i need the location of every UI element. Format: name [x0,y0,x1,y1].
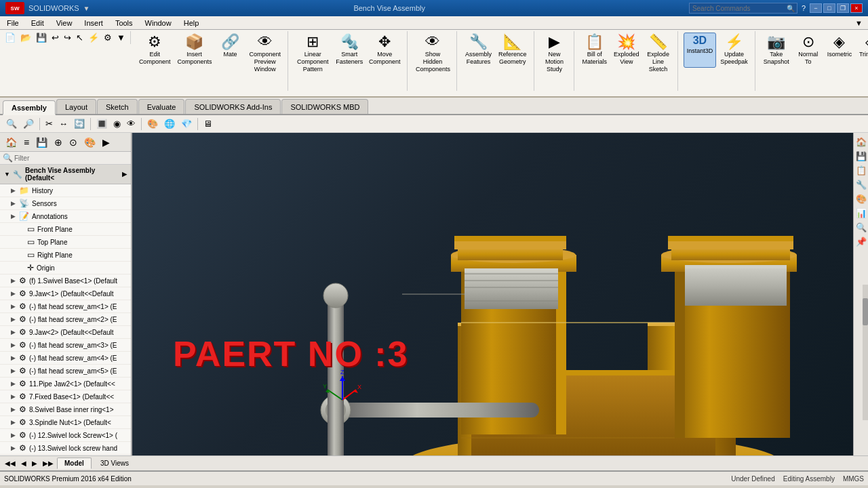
smart-fasteners-btn[interactable]: 🔩 SmartFasteners [334,33,366,75]
3d-viewport[interactable]: PAERT NO :3 X Y Z [132,133,853,455]
move-component-btn[interactable]: ✥ MoveComponent [367,33,403,75]
tree-item-front-plane[interactable]: ▭ Front Plane [0,223,131,236]
tree-item-sensors[interactable]: ▶ 📡 Sensors [0,197,131,210]
nav-last-btn[interactable]: ▶▶ [41,459,56,468]
rt-zoom-btn[interactable]: 🔍 [854,221,868,234]
new-motion-study-btn[interactable]: ▶ NewMotionStudy [540,33,570,75]
sidebar-save-btn[interactable]: 💾 [33,136,50,149]
tree-item-screw1[interactable]: ▶ ⚙ (-) flat head screw_am<1> (E [0,300,131,313]
wireframe-btn[interactable]: ◉ [111,117,123,130]
tab-sketch[interactable]: Sketch [97,99,138,114]
sidebar-view-btn[interactable]: ⊙ [66,136,80,149]
assembly-arrow[interactable]: ▶ [122,171,127,178]
display-style-btn[interactable]: 🔳 [94,117,109,130]
tree-item-swivel-inner[interactable]: ▶ ⚙ 8.Swivel Base inner ring<1> [0,403,131,416]
tree-item-screw3[interactable]: ▶ ⚙ (-) flat head screw_am<3> (E [0,339,131,352]
menu-edit[interactable]: Edit [26,16,50,29]
tree-item-screw2[interactable]: ▶ ⚙ (-) flat head screw_am<2> (E [0,313,131,326]
section-view-btn[interactable]: ✂ [43,117,55,130]
sidebar-add-btn[interactable]: ⊕ [52,136,65,149]
tree-item-swivel-lock-screw[interactable]: ▶ ⚙ (-) 12.Swivel lock Screw<1> ( [0,429,131,442]
view-orientation-btn[interactable]: 🖥 [201,117,214,130]
take-snapshot-btn[interactable]: 📷 TakeSnapshot [761,33,792,68]
open-file-btn[interactable]: 📂 [18,31,33,44]
tree-item-pipejaw2[interactable]: ▶ ⚙ 11.Pipe Jaw2<1> (Default<< [0,378,131,390]
restore-button[interactable]: ❐ [837,3,849,13]
bottom-tab-3dviews[interactable]: 3D Views [93,458,136,469]
bottom-tab-model[interactable]: Model [57,458,92,469]
menu-help[interactable]: Help [178,16,205,29]
dynamic-annotation-btn[interactable]: ↔ [57,117,70,130]
select-btn[interactable]: ↖ [74,31,85,44]
tree-item-spindle-nut[interactable]: ▶ ⚙ 3.Spindle Nut<1> (Default< [0,416,131,429]
tree-item-screw4[interactable]: ▶ ⚙ (-) flat head screw_am<4> (E [0,352,131,365]
tree-item-history[interactable]: ▶ 📁 History [0,184,131,197]
insert-components-btn[interactable]: 📦 InsertComponents [174,33,214,75]
tab-solidworks-addins[interactable]: SOLIDWORKS Add-Ins [185,99,281,114]
nav-first-btn[interactable]: ◀◀ [3,459,18,468]
tree-item-screw5[interactable]: ▶ ⚙ (-) flat head screw_am<5> (E [0,365,131,378]
help-icon[interactable]: ? [802,4,806,12]
rt-chart-btn[interactable]: 📊 [854,207,868,220]
options-btn[interactable]: ⚙ [102,31,114,44]
assembly-tree-header[interactable]: ▼ 🔧 Bench Vise Assembly (Default< ▶ [0,165,131,184]
search-input[interactable] [689,3,797,14]
reference-geometry-btn[interactable]: 📐 ReferenceGeometry [496,33,530,68]
tree-item-jaw2[interactable]: ▶ ⚙ 9.Jaw<2> (Default<<Default [0,326,131,339]
show-hidden-btn[interactable]: 👁 ShowHiddenComponents [413,33,452,75]
minimize-button[interactable]: − [810,3,822,13]
menu-window[interactable]: Window [140,16,177,29]
rt-save-btn[interactable]: 💾 [854,150,868,163]
undo-btn[interactable]: ↩ [50,31,61,44]
explode-line-sketch-btn[interactable]: 📏 ExplodeLineSketch [644,33,673,75]
rt-home-btn[interactable]: 🏠 [854,136,868,148]
toolbar-arrow[interactable]: ▼ [115,31,127,44]
scenes-btn[interactable]: 🌐 [162,117,177,130]
sidebar-list-btn[interactable]: ≡ [21,136,32,149]
tab-solidworks-mbd[interactable]: SOLIDWORKS MBD [281,99,368,114]
instant3d-btn[interactable]: 3D Instant3D [684,33,717,68]
menu-view[interactable]: View [51,16,78,29]
assembly-features-btn[interactable]: 🔧 AssemblyFeatures [462,33,494,68]
hidden-lines-btn[interactable]: 👁 [125,117,138,130]
rt-pin-btn[interactable]: 📌 [854,235,868,248]
tab-layout[interactable]: Layout [56,99,96,114]
realview-btn[interactable]: 💎 [179,117,194,130]
close-button[interactable]: × [850,3,863,13]
tree-item-right-plane[interactable]: ▭ Right Plane [0,249,131,262]
nav-next-btn[interactable]: ▶ [30,459,39,468]
bill-of-materials-btn[interactable]: 📋 Bill ofMaterials [580,33,610,75]
rotate-view-btn[interactable]: 🔄 [72,117,87,130]
maximize-button[interactable]: □ [823,3,835,13]
rt-layers-btn[interactable]: 📋 [854,164,868,177]
menu-file[interactable]: File [1,16,24,29]
appearances-btn[interactable]: 🎨 [145,117,160,130]
linear-component-pattern-btn[interactable]: ⊞ Linear ComponentPattern [294,33,332,75]
zoom-in-btn[interactable]: 🔎 [21,117,36,130]
zoom-to-fit-btn[interactable]: 🔍 [4,117,19,130]
tree-item-jaw1[interactable]: ▶ ⚙ 9.Jaw<1> (Default<<Default [0,287,131,300]
tree-item-origin[interactable]: ✛ Origin [0,262,131,274]
tree-item-fixed-base[interactable]: ▶ ⚙ 7.Fixed Base<1> (Default<< [0,390,131,403]
nav-prev-btn[interactable]: ◀ [19,459,28,468]
save-btn[interactable]: 💾 [34,31,49,44]
component-preview-btn[interactable]: 👁 ComponentPreviewWindow [246,33,283,75]
tree-item-swivel-lock-hand[interactable]: ▶ ⚙ (-) 13.Swivel lock screw hand [0,442,131,455]
edit-component-btn[interactable]: ⚙ EditComponent [136,33,174,75]
new-file-btn[interactable]: 📄 [3,31,18,44]
sidebar-home-btn[interactable]: 🏠 [3,136,20,149]
normal-to-btn[interactable]: ⊙ NormalTo [793,33,823,68]
menu-tools[interactable]: Tools [110,16,138,29]
rt-settings-btn[interactable]: 🔧 [854,178,868,191]
tab-assembly[interactable]: Assembly [3,100,56,115]
macro-btn[interactable]: ⚡ [86,31,101,44]
tab-evaluate[interactable]: Evaluate [138,99,185,114]
sidebar-play-btn[interactable]: ▶ [100,136,113,149]
update-speedpak-btn[interactable]: ⚡ UpdateSpeedpak [717,33,751,68]
toolbar-expand-icon[interactable]: ▼ [855,19,863,27]
redo-btn[interactable]: ↪ [62,31,73,44]
mate-btn[interactable]: 🔗 Mate [215,33,245,75]
tree-item-top-plane[interactable]: ▭ Top Plane [0,236,131,249]
rt-colors-btn[interactable]: 🎨 [854,192,868,205]
tree-item-swivel-base[interactable]: ▶ ⚙ (f) 1.Swivel Base<1> (Default [0,274,131,287]
